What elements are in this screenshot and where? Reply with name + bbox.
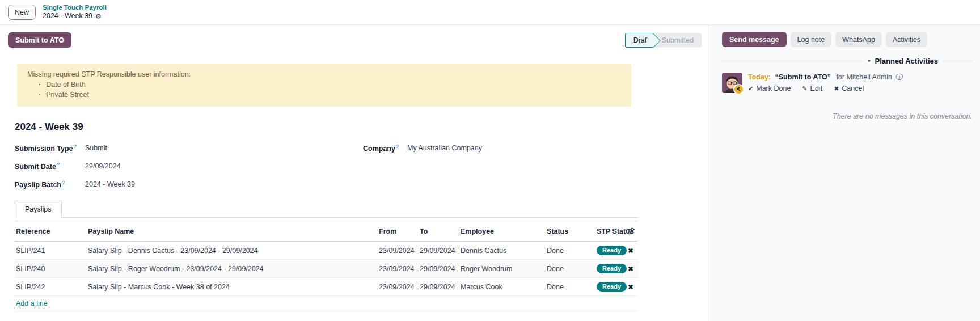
breadcrumb-app-link[interactable]: Single Touch Payroll [43,4,107,12]
delete-row-icon[interactable]: ✖ [623,247,638,255]
cross-icon: ✖ [834,85,839,92]
cell-stp-status: Ready [590,246,623,255]
activity-content: Today: “Submit to ATO” for Mitchell Admi… [748,73,903,93]
cell-status[interactable]: Done [540,265,590,273]
info-icon[interactable]: ⓘ [896,73,903,81]
chatter-buttons: Send message Log note WhatsApp Activitie… [722,32,973,47]
record-name: 2024 - Week 39 [43,12,92,20]
stp-status-badge[interactable]: Ready [597,246,627,255]
activity-summary: “Submit to ATO” [775,73,831,81]
header-stp-status[interactable]: STP Status [590,227,623,235]
table-row: SLIP/240 Salary Slip - Roger Woodrum - 2… [15,260,638,278]
cell-to[interactable]: 29/09/2024 [413,265,454,273]
delete-row-icon[interactable]: ✖ [623,265,638,273]
add-a-line-link[interactable]: Add a line [16,299,48,307]
payslip-batch-label: Payslip Batch? [15,180,85,189]
stp-status-badge[interactable]: Ready [597,264,627,273]
submission-type-label: Submission Type? [15,143,85,153]
field-group-right: Company? My Australian Company [332,140,482,194]
cell-status[interactable]: Done [540,247,590,255]
activity-due: Today: [748,73,771,81]
payslips-table: Reference Payslip Name From To Employee … [15,221,638,311]
field-submit-date: Submit Date? 29/09/2024 [15,158,332,175]
stp-status-badge[interactable]: Ready [597,282,627,292]
cell-employee[interactable]: Marcus Cook [454,283,540,291]
cell-from[interactable]: 23/09/2024 [372,265,413,273]
cell-status[interactable]: Done [540,283,590,291]
activity-actions: ✔ Mark Done ✎ Edit ✖ Cancel [748,85,903,92]
stp-form-page: New Single Touch Payroll 2024 - Week 39 … [0,0,980,321]
submission-type-value[interactable]: Submit [85,144,107,152]
cell-payslip-name[interactable]: Salary Slip - Dennis Cactus - 23/09/2024… [81,247,372,255]
field-company: Company? My Australian Company [363,140,482,157]
delete-row-icon[interactable]: ✖ [623,283,638,291]
form-view: Submit to ATO Draft Submitted Missing re… [0,25,708,321]
cell-employee[interactable]: Roger Woodrum [454,265,540,273]
breadcrumb: Single Touch Payroll 2024 - Week 39 ⚙ [43,4,107,21]
help-icon: ? [74,143,77,149]
breadcrumb-bar: New Single Touch Payroll 2024 - Week 39 … [0,0,980,25]
activity-item: Today: “Submit to ATO” for Mitchell Admi… [722,73,973,93]
warning-title: Missing required STP Responsible user in… [27,69,621,79]
status-stage-draft[interactable]: Draft [625,33,653,48]
status-stage-submitted-label: Submitted [662,36,694,44]
log-note-button[interactable]: Log note [791,32,832,47]
planned-activities-header[interactable]: ▼ Planned Activities [722,57,973,65]
notebook: Payslips Reference Payslip Name From To … [0,201,708,311]
cancel-activity-button[interactable]: ✖ Cancel [834,85,864,92]
activity-summary-line: Today: “Submit to ATO” for Mitchell Admi… [748,73,903,82]
tab-payslips[interactable]: Payslips [15,201,62,218]
table-row: SLIP/242 Salary Slip - Marcus Cook - Wee… [15,278,638,296]
cell-payslip-name[interactable]: Salary Slip - Roger Woodrum - 23/09/2024… [81,265,372,273]
planned-activities-title: Planned Activities [875,57,939,65]
table-header-row: Reference Payslip Name From To Employee … [15,221,638,242]
optional-columns-icon[interactable] [623,227,638,235]
tab-strip: Payslips [15,201,638,218]
cell-to[interactable]: 29/09/2024 [413,283,454,291]
activity-type-badge-icon [733,84,744,95]
chevron-down-icon: ▼ [867,58,872,64]
warning-item: Date of Birth [27,79,621,90]
company-value[interactable]: My Australian Company [407,144,482,152]
edit-activity-button[interactable]: ✎ Edit [802,85,822,92]
gear-icon[interactable]: ⚙ [95,12,102,20]
statusbar: Draft Submitted [625,33,702,48]
mark-done-button[interactable]: ✔ Mark Done [748,85,791,92]
divider [943,61,973,61]
pencil-icon: ✎ [802,85,807,92]
cell-payslip-name[interactable]: Salary Slip - Marcus Cook - Week 38 of 2… [81,283,372,291]
header-reference[interactable]: Reference [15,227,81,235]
send-message-button[interactable]: Send message [722,32,787,47]
header-status[interactable]: Status [540,227,590,235]
help-icon: ? [57,162,60,167]
help-icon: ? [396,143,399,149]
cell-from[interactable]: 23/09/2024 [372,283,413,291]
activity-assignee: for Mitchell Admin [836,73,892,81]
cell-to[interactable]: 29/09/2024 [413,247,454,255]
activities-button[interactable]: Activities [886,32,927,47]
new-button[interactable]: New [8,5,36,20]
cell-reference[interactable]: SLIP/240 [15,265,81,273]
header-employee[interactable]: Employee [454,227,540,235]
field-groups: Submission Type? Submit Submit Date? 29/… [15,140,708,194]
field-group-left: Submission Type? Submit Submit Date? 29/… [15,140,332,194]
help-icon: ? [62,180,65,185]
cell-reference[interactable]: SLIP/242 [15,283,81,291]
header-payslip-name[interactable]: Payslip Name [81,227,372,235]
cell-reference[interactable]: SLIP/241 [15,247,81,255]
header-to[interactable]: To [413,227,454,235]
payslip-batch-value[interactable]: 2024 - Week 39 [85,180,135,188]
chatter-panel: Send message Log note WhatsApp Activitie… [708,25,980,321]
header-from[interactable]: From [372,227,413,235]
no-messages-text: There are no messages in this conversati… [722,112,973,120]
whatsapp-button[interactable]: WhatsApp [835,32,882,47]
submit-to-ato-button[interactable]: Submit to ATO [8,32,71,48]
cell-from[interactable]: 23/09/2024 [372,247,413,255]
submit-date-value[interactable]: 29/09/2024 [85,162,121,170]
warning-item: Private Street [27,90,621,100]
field-submission-type: Submission Type? Submit [15,140,332,157]
record-title: 2024 - Week 39 [15,120,708,134]
cell-employee[interactable]: Dennis Cactus [454,247,540,255]
field-payslip-batch: Payslip Batch? 2024 - Week 39 [15,176,332,193]
add-line-row: Add a line [15,296,638,311]
